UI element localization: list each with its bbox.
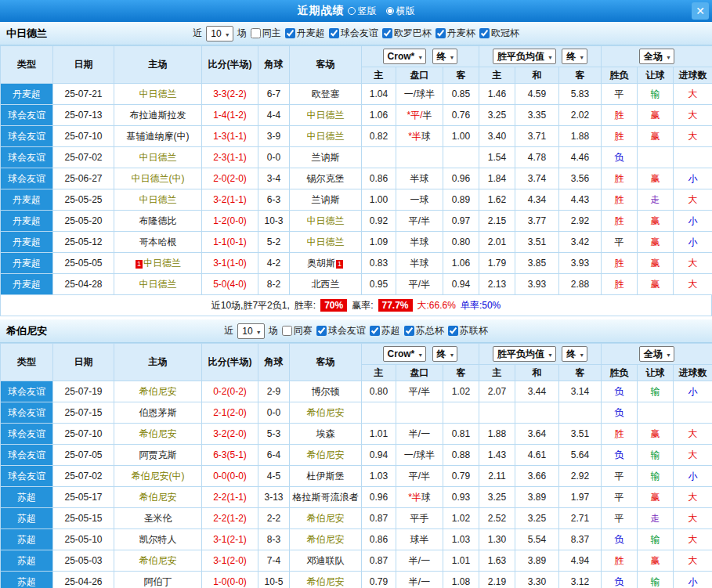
away-team[interactable]: 兰讷斯 <box>290 189 362 211</box>
filter-danish-cup[interactable]: 丹麦杯 <box>436 27 475 40</box>
filter-scottish-cup[interactable]: 苏总杯 <box>404 324 444 337</box>
filter-checkbox[interactable] <box>251 28 261 38</box>
home-team[interactable]: 希伯尼安(中) <box>114 466 202 487</box>
home-team[interactable]: 中日德兰 <box>114 147 202 168</box>
home-team[interactable]: 希伯尼安 <box>114 487 202 508</box>
filter-checkbox[interactable] <box>316 326 327 336</box>
odds-company-select[interactable]: Crow* <box>383 346 427 362</box>
filter-checkbox[interactable] <box>282 326 292 336</box>
filter-checkbox[interactable] <box>370 326 380 336</box>
filter-scottish-league-cup[interactable]: 苏联杯 <box>448 324 488 337</box>
odds-value: 1.00 <box>452 131 470 142</box>
score: 3-2(1-1) <box>202 189 258 211</box>
scope-select[interactable]: 全场 <box>639 346 674 362</box>
away-team[interactable]: 杜伊斯堡 <box>290 466 362 487</box>
odds-period-select[interactable]: 终 <box>432 346 458 362</box>
result-label: 负 <box>615 576 624 587</box>
handicap-odds-away: 0.89 <box>443 189 479 211</box>
match-date: 25-07-02 <box>53 147 114 168</box>
result-label: 赢 <box>651 131 660 142</box>
result-wdl: 负 <box>602 529 638 550</box>
filter-checkbox[interactable] <box>436 28 446 38</box>
home-team[interactable]: 布隆德比 <box>114 211 202 232</box>
filter-scottish-premiership[interactable]: 苏超 <box>370 324 400 337</box>
filter-champions-league[interactable]: 欧冠杯 <box>479 27 519 40</box>
scope-select[interactable]: 全场 <box>639 49 674 64</box>
away-team[interactable]: 埃森 <box>290 424 362 445</box>
home-team[interactable]: 中日德兰 <box>114 189 202 211</box>
away-team[interactable]: 兰讷斯 <box>290 147 362 168</box>
away-team[interactable]: 希伯尼安 <box>290 508 362 529</box>
away-team[interactable]: 中日德兰 <box>290 211 362 232</box>
home-team[interactable]: 中日德兰 <box>114 84 202 105</box>
home-team[interactable]: 凯尔特人 <box>114 529 202 550</box>
away-team[interactable]: 希伯尼安 <box>290 572 362 588</box>
odds-period-select[interactable]: 终 <box>432 49 458 64</box>
filter-checkbox[interactable] <box>404 326 414 336</box>
away-team[interactable]: 奥胡斯1 <box>290 253 362 274</box>
score-label: 0-0(0-0) <box>213 471 247 482</box>
filter-danish-superliga[interactable]: 丹麦超 <box>285 27 325 40</box>
away-team[interactable]: 希伯尼安 <box>290 529 362 550</box>
home-team[interactable]: 希伯尼安 <box>114 381 202 402</box>
filter-label: 同赛 <box>294 324 313 337</box>
corner-label: 8-2 <box>267 279 280 290</box>
away-team[interactable]: 欧登塞 <box>290 84 362 105</box>
away-team[interactable]: 锡尔克堡 <box>290 168 362 189</box>
away-team[interactable]: 中日德兰 <box>290 232 362 253</box>
recent-count-select[interactable]: 10 <box>237 323 264 339</box>
away-team[interactable]: 中日德兰 <box>290 105 362 126</box>
radio-horizontal-layout[interactable]: 横版 <box>386 5 415 18</box>
away-team[interactable]: 北西兰 <box>290 274 362 295</box>
filter-same-competition[interactable]: 同赛 <box>282 324 313 337</box>
europe-odds-select[interactable]: 胜平负均值 <box>493 49 556 64</box>
result-label: 赢 <box>651 279 660 290</box>
home-team[interactable]: 基辅迪纳摩(中) <box>114 126 202 147</box>
profit-rate-label: 赢率: <box>352 299 373 312</box>
filter-checkbox[interactable] <box>329 28 339 38</box>
away-team[interactable]: 邓迪联队 <box>290 550 362 572</box>
handicap-line: 半/一 <box>396 550 443 572</box>
score-label: 1-0(0-0) <box>213 576 247 587</box>
result-label: 输 <box>651 449 660 460</box>
home-team[interactable]: 伯恩茅斯 <box>114 402 202 424</box>
home-team[interactable]: 哥本哈根 <box>114 232 202 253</box>
away-team[interactable]: 中日德兰 <box>290 126 362 147</box>
odds-value: 0.88 <box>452 449 470 460</box>
recent-count-select[interactable]: 10 <box>206 26 233 41</box>
home-team[interactable]: 圣米伦 <box>114 508 202 529</box>
away-team[interactable]: 格拉斯哥流浪者 <box>290 487 362 508</box>
odds-value: 2.07 <box>488 386 506 397</box>
filter-checkbox[interactable] <box>479 28 490 38</box>
result-label: 胜 <box>615 110 624 121</box>
handicap-line <box>396 402 443 424</box>
result-goals: 小 <box>674 572 712 588</box>
filter-checkbox[interactable] <box>448 326 458 336</box>
europe-period-select[interactable]: 终 <box>562 49 587 64</box>
filter-same-home[interactable]: 同主 <box>251 27 281 40</box>
odds-company-select[interactable]: Crow* <box>383 49 427 64</box>
away-team[interactable]: 希伯尼安 <box>290 445 362 466</box>
competition-type: 丹麦超 <box>1 211 53 232</box>
home-team[interactable]: 希伯尼安 <box>114 424 202 445</box>
corner-label: 6-3 <box>267 194 280 205</box>
filter-checkbox[interactable] <box>285 28 295 38</box>
filter-club-friendly[interactable]: 球会友谊 <box>329 27 378 40</box>
filter-club-friendly[interactable]: 球会友谊 <box>316 324 366 337</box>
home-team[interactable]: 阿贾克斯 <box>114 445 202 466</box>
home-team[interactable]: 阿伯丁 <box>114 572 202 588</box>
europe-period-select[interactable]: 终 <box>562 346 587 362</box>
filter-checkbox[interactable] <box>382 28 392 38</box>
home-team[interactable]: 1中日德兰 <box>114 253 202 274</box>
europe-odds-select[interactable]: 胜平负均值 <box>493 346 556 362</box>
close-button[interactable]: ✕ <box>692 2 709 20</box>
home-team[interactable]: 希伯尼安 <box>114 550 202 572</box>
home-team[interactable]: 中日德兰 <box>114 274 202 295</box>
result-wdl: 胜 <box>602 274 638 295</box>
away-team[interactable]: 博尔顿 <box>290 381 362 402</box>
radio-vertical-layout[interactable]: 竖版 <box>348 5 377 18</box>
away-team[interactable]: 希伯尼安 <box>290 402 362 424</box>
filter-europa-league[interactable]: 欧罗巴杯 <box>382 27 432 40</box>
home-team[interactable]: 布拉迪斯拉发 <box>114 105 202 126</box>
home-team[interactable]: 中日德兰(中) <box>114 168 202 189</box>
